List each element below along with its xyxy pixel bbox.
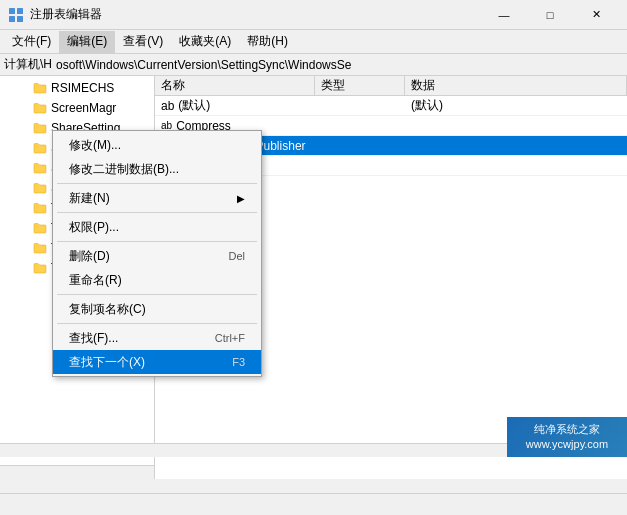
cell-data xyxy=(405,136,627,155)
app-icon xyxy=(8,7,24,23)
tree-item-label: ScreenMagr xyxy=(51,101,116,115)
expand-arrow[interactable] xyxy=(20,262,32,274)
table-row[interactable]: ab(默认)(默认) xyxy=(155,96,627,116)
menu-file[interactable]: 文件(F) xyxy=(4,31,59,53)
status-bar xyxy=(0,493,627,515)
menu-item-new[interactable]: 新建(N)▶ xyxy=(53,186,261,210)
edit-dropdown-menu: 修改(M)...修改二进制数据(B)...新建(N)▶权限(P)...删除(D)… xyxy=(52,130,262,377)
folder-icon xyxy=(32,201,48,215)
cell-data: (默认) xyxy=(405,96,627,115)
svg-rect-3 xyxy=(17,16,23,22)
menu-item-label: 新建(N) xyxy=(69,190,229,207)
menu-item-label: 查找下一个(X) xyxy=(69,354,212,371)
folder-icon xyxy=(32,161,48,175)
menu-item-label: 修改(M)... xyxy=(69,137,245,154)
folder-icon xyxy=(32,181,48,195)
menu-divider xyxy=(57,294,257,295)
expand-arrow[interactable] xyxy=(20,202,32,214)
menu-item-delete[interactable]: 删除(D)Del xyxy=(53,244,261,268)
menu-item-shortcut: Del xyxy=(228,250,245,262)
menu-divider xyxy=(57,241,257,242)
minimize-button[interactable]: — xyxy=(481,0,527,30)
menu-item-label: 修改二进制数据(B)... xyxy=(69,161,245,178)
cell-data xyxy=(405,156,627,175)
svg-rect-0 xyxy=(9,8,15,14)
tree-item-rsimechs[interactable]: RSIMECHS xyxy=(0,78,154,98)
folder-icon xyxy=(32,221,48,235)
svg-rect-2 xyxy=(9,16,15,22)
menu-help[interactable]: 帮助(H) xyxy=(239,31,296,53)
watermark: 纯净系统之家 www.ycwjpy.com xyxy=(507,417,627,457)
folder-icon xyxy=(32,121,48,135)
menu-divider xyxy=(57,212,257,213)
cell-type xyxy=(315,116,405,135)
folder-icon xyxy=(32,241,48,255)
table-header: 名称 类型 数据 xyxy=(155,76,627,96)
expand-arrow[interactable] xyxy=(20,182,32,194)
submenu-arrow-icon: ▶ xyxy=(237,193,245,204)
expand-arrow[interactable] xyxy=(20,142,32,154)
watermark-text: 纯净系统之家 www.ycwjpy.com xyxy=(526,422,608,453)
menu-divider xyxy=(57,323,257,324)
window-title: 注册表编辑器 xyxy=(30,6,102,23)
menu-item-modify-binary[interactable]: 修改二进制数据(B)... xyxy=(53,157,261,181)
title-bar-left: 注册表编辑器 xyxy=(8,6,102,23)
cell-name: ab(默认) xyxy=(155,96,315,115)
menu-item-modify[interactable]: 修改(M)... xyxy=(53,133,261,157)
folder-icon xyxy=(32,101,48,115)
menu-item-copy-key-name[interactable]: 复制项名称(C) xyxy=(53,297,261,321)
folder-icon xyxy=(32,261,48,275)
close-button[interactable]: ✕ xyxy=(573,0,619,30)
menu-item-find[interactable]: 查找(F)...Ctrl+F xyxy=(53,326,261,350)
tree-item-screenmagr[interactable]: ScreenMagr xyxy=(0,98,154,118)
folder-icon xyxy=(32,141,48,155)
left-scroll[interactable] xyxy=(0,465,154,479)
expand-arrow[interactable] xyxy=(20,82,32,94)
menu-edit[interactable]: 编辑(E) xyxy=(59,31,115,53)
menu-item-permissions[interactable]: 权限(P)... xyxy=(53,215,261,239)
col-header-name: 名称 xyxy=(155,76,315,95)
expand-arrow[interactable] xyxy=(20,122,32,134)
address-bar: 计算机\H osoft\Windows\CurrentVersion\Setti… xyxy=(0,54,627,76)
address-value: osoft\Windows\CurrentVersion\SettingSync… xyxy=(56,58,623,72)
cell-data xyxy=(405,116,627,135)
menu-divider xyxy=(57,183,257,184)
menu-bar: 文件(F) 编辑(E) 查看(V) 收藏夹(A) 帮助(H) xyxy=(0,30,627,54)
menu-item-shortcut: Ctrl+F xyxy=(215,332,245,344)
expand-arrow[interactable] xyxy=(20,102,32,114)
menu-item-label: 查找(F)... xyxy=(69,330,195,347)
menu-item-find-next[interactable]: 查找下一个(X)F3 xyxy=(53,350,261,374)
expand-arrow[interactable] xyxy=(20,222,32,234)
tree-item-label: RSIMECHS xyxy=(51,81,114,95)
menu-item-label: 权限(P)... xyxy=(69,219,245,236)
menu-item-label: 删除(D) xyxy=(69,248,208,265)
watermark-line2: www.ycwjpy.com xyxy=(526,437,608,452)
bottom-scrollbar[interactable] xyxy=(0,443,507,457)
cell-type xyxy=(315,156,405,175)
title-bar: 注册表编辑器 — □ ✕ xyxy=(0,0,627,30)
svg-rect-1 xyxy=(17,8,23,14)
main-content: RSIMECHS ScreenMagr ShareSetting SlideSh… xyxy=(0,76,627,479)
expand-arrow[interactable] xyxy=(20,242,32,254)
maximize-button[interactable]: □ xyxy=(527,0,573,30)
menu-item-shortcut: F3 xyxy=(232,356,245,368)
cell-type xyxy=(315,136,405,155)
address-label: 计算机\H xyxy=(4,56,52,73)
expand-arrow[interactable] xyxy=(20,162,32,174)
menu-view[interactable]: 查看(V) xyxy=(115,31,171,53)
menu-item-rename[interactable]: 重命名(R) xyxy=(53,268,261,292)
folder-icon xyxy=(32,81,48,95)
col-header-data: 数据 xyxy=(405,76,627,95)
menu-item-label: 重命名(R) xyxy=(69,272,245,289)
col-header-type: 类型 xyxy=(315,76,405,95)
menu-bookmarks[interactable]: 收藏夹(A) xyxy=(171,31,239,53)
cell-type xyxy=(315,96,405,115)
watermark-line1: 纯净系统之家 xyxy=(526,422,608,437)
window-controls: — □ ✕ xyxy=(481,0,619,30)
menu-item-label: 复制项名称(C) xyxy=(69,301,245,318)
